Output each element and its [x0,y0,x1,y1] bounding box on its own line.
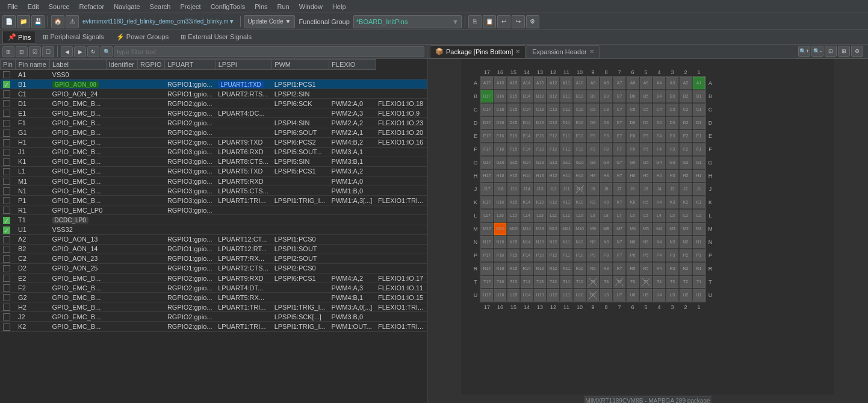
table-row[interactable]: C2GPIO_AON_23RGPIO1:gpio...LPUART7:RX...… [1,254,427,263]
undo-button[interactable]: ↩ [497,15,510,28]
tab-peripheral[interactable]: ⊞ Peripheral Signals [37,31,109,44]
menu-source[interactable]: Source [44,0,75,13]
menu-window[interactable]: Window [294,0,327,13]
prev-button[interactable]: ◀ [61,46,73,57]
pin-checkbox[interactable] [3,100,10,107]
menu-project[interactable]: Project [175,0,205,13]
menu-edit[interactable]: Edit [23,0,44,13]
zoom-out-button[interactable]: 🔍- [811,46,823,57]
pin-checkbox[interactable] [3,265,10,272]
zoom-reset-button[interactable]: ⊡ [825,46,837,57]
tab-package-pins-bottom[interactable]: 📦 Package [Pins Bottom] ✕ [430,45,525,58]
table-row[interactable]: K1GPIO_EMC_B...RGPIO3:gpio...LPUART8:CTS… [1,157,427,166]
pin-checkbox[interactable] [3,110,10,117]
save-button[interactable]: 💾 [31,15,45,28]
copy-button[interactable]: ⎘ [468,15,482,28]
functional-group-dropdown[interactable]: *BOARD_InitPins ▼ [353,15,462,28]
pin-checkbox[interactable] [3,178,10,185]
menu-pins[interactable]: Pins [250,0,272,13]
table-row[interactable]: H2GPIO_EMC_B...RGPIO2:gpio...LPUART1:TRI… [1,302,427,312]
pin-checkbox[interactable] [3,158,10,166]
redo-button[interactable]: ↪ [512,15,525,28]
check-all-button[interactable]: ☑ [29,46,41,57]
tab-expansion-header[interactable]: Expansion Header ✕ [527,45,600,58]
filter-input[interactable] [114,46,424,57]
expand-all-button[interactable]: ⊞ [2,46,14,57]
uncheck-all-button[interactable]: ☐ [42,46,54,57]
pin-checkbox[interactable] [3,130,10,137]
pins-table-container[interactable]: Pin Pin name Label Identifier RGPIO LPUA… [0,59,427,403]
table-row[interactable]: R1GPIO_EMC_LP0RGPIO3:gpio... [1,205,427,215]
tab-power[interactable]: ⚡ Power Groups [111,31,174,44]
table-row[interactable]: D2GPIO_AON_25RGPIO1:gpio...LPUART2:CTS..… [1,263,427,273]
menu-search[interactable]: Search [145,0,176,13]
next-button[interactable]: ▶ [74,46,86,57]
pin-checkbox[interactable] [3,139,10,146]
table-row[interactable]: J2GPIO_EMC_B...RGPIO2:gpio...LPSPI5:SCK[… [1,312,427,322]
table-row[interactable]: E1GPIO_EMC_B...RGPIO2:gpio...LPUART4:DC.… [1,108,427,118]
home-button[interactable]: 🏠 [51,15,64,28]
table-row[interactable]: K2GPIO_EMC_B...RGPIO2:gpio...LPUART1:TRI… [1,322,427,331]
table-row[interactable]: L1GPIO_EMC_B...RGPIO3:gpio...LPUART5:TXD… [1,166,427,176]
refresh-button[interactable]: ↻ [87,46,99,57]
tab-pins[interactable]: 📌 Pins [2,31,36,44]
package-tab-close[interactable]: ✕ [515,48,520,55]
menu-run[interactable]: Run [273,0,294,13]
table-row[interactable]: F2GPIO_EMC_B...RGPIO2:gpio...LPUART4:DT.… [1,283,427,293]
table-row[interactable]: A2GPIO_AON_13RGPIO1:gpio...LPUART12:CT..… [1,234,427,244]
pin-checkbox[interactable] [3,236,10,243]
pin-checkbox[interactable] [3,275,10,282]
tab-external[interactable]: ⊞ External User Signals [175,31,257,44]
menu-file[interactable]: File [2,0,23,13]
zoom-in-button[interactable]: 🔍+ [798,46,810,57]
pin-checkbox[interactable] [3,120,10,127]
pin-checkbox[interactable] [3,149,10,156]
table-row[interactable]: G2GPIO_EMC_B...RGPIO2:gpio...LPUART5:RX.… [1,293,427,302]
pin-checkbox[interactable] [3,255,10,263]
table-row[interactable]: E2GPIO_EMC_B...RGPIO2:gpio...LPUART9:RXD… [1,273,427,283]
menu-refactor[interactable]: Refactor [75,0,110,13]
open-button[interactable]: 📁 [17,15,30,28]
pin-checkbox[interactable] [3,304,10,311]
table-row[interactable]: ✓U1VSS32 [1,225,427,234]
pin-checkbox[interactable]: ✓ [3,81,10,88]
table-row[interactable]: H1GPIO_EMC_B...RGPIO2:gpio...LPUART9:TXD… [1,137,427,147]
pin-checkbox[interactable] [3,71,10,78]
menu-navigate[interactable]: Navigate [109,0,144,13]
paste-button[interactable]: 📋 [483,15,496,28]
table-row[interactable]: A1VSS0 [1,70,427,80]
pin-checkbox[interactable]: ✓ [3,217,10,224]
pin-checkbox[interactable] [3,323,10,331]
expansion-tab-close[interactable]: ✕ [589,48,594,55]
table-row[interactable]: ✓T1DCDC_LP0 [1,215,427,225]
table-row[interactable]: B2GPIO_AON_14RGPIO1:gpio...LPUART12:RT..… [1,244,427,254]
menu-help[interactable]: Help [327,0,351,13]
pin-checkbox[interactable] [3,187,10,195]
pin-checkbox[interactable] [3,197,10,204]
package-grid-area[interactable]: MIMXRT1189CVM8B - MAPBGA 289 package [427,59,868,403]
pin-checkbox[interactable] [3,294,10,301]
settings-button[interactable]: ⚙ [526,15,539,28]
pin-checkbox[interactable]: ✓ [3,226,10,234]
table-row[interactable]: C1GPIO_AON_24RGPIO1:gpio...LPUART2:RTS..… [1,89,427,99]
table-row[interactable]: F1GPIO_EMC_B...RGPIO2:gpio...LPSPI4:SINP… [1,118,427,128]
grid-settings-button[interactable]: ⚙ [851,46,863,57]
pin-checkbox[interactable] [3,284,10,292]
menu-configtools[interactable]: ConfigTools [206,0,250,13]
collapse-all-button[interactable]: ⊟ [16,46,28,57]
table-row[interactable]: G1GPIO_EMC_B...RGPIO2:gpio...LPSPI6:SOUT… [1,128,427,137]
pin-checkbox[interactable] [3,168,10,175]
table-row[interactable]: J1GPIO_EMC_B...RGPIO3:gpio...LPUART6:RXD… [1,147,427,157]
table-row[interactable]: D1GPIO_EMC_B...RGPIO2:gpio...LPSPI6:SCKP… [1,99,427,108]
pin-checkbox[interactable] [3,207,10,214]
table-row[interactable]: ✓B1GPIO_AON_08RGPIO1:gpio...LPUART1:TXDL… [1,80,427,89]
table-row[interactable]: M1GPIO_EMC_B...RGPIO3:gpio...LPUART5:RXD… [1,177,427,186]
pin-checkbox[interactable] [3,313,10,320]
new-button[interactable]: 📄 [2,15,16,28]
pin-checkbox[interactable] [3,90,10,98]
pin-checkbox[interactable] [3,246,10,253]
table-row[interactable]: P1GPIO_EMC_B...RGPIO3:gpio...LPUART1:TRI… [1,196,427,205]
fit-button[interactable]: ⊞ [838,46,850,57]
table-row[interactable]: N1GPIO_EMC_B...RGPIO3:gpio...LPUART5:CTS… [1,186,427,196]
update-code-button[interactable]: Update Code ▼ [244,15,296,28]
